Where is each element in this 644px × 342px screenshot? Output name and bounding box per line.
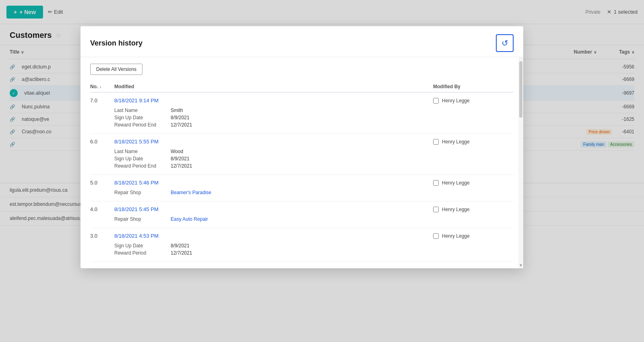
version-entry-header: 7.0 8/18/2021 9:14 PM Henry Legge (90, 97, 514, 104)
version-table-header: No. ↓ Modified Modified By (90, 81, 514, 93)
modified-by-cell: Henry Legge (433, 233, 514, 239)
change-row: Last Name Wood (114, 148, 514, 155)
modifier-name: Henry Legge (442, 139, 470, 145)
change-label: Repair Shop (114, 216, 171, 222)
change-row: Last Name Smith (114, 107, 514, 114)
modifier-name: Henry Legge (442, 233, 470, 239)
modifier-name: Henry Legge (442, 98, 470, 104)
sort-arrow-icon: ↓ (99, 85, 101, 89)
delete-all-versions-button[interactable]: Delete All Versions (90, 64, 142, 75)
version-checkbox[interactable] (433, 139, 439, 145)
version-entry-header: 5.0 8/18/2021 5:46 PM Henry Legge (90, 180, 514, 186)
version-changes: Repair Shop Easy Auto Repair (90, 216, 514, 223)
change-value: 8/9/2021 (171, 156, 514, 162)
modal-title: Version history (90, 39, 142, 48)
version-entry-header: 3.0 8/18/2021 4:53 PM Henry Legge (90, 233, 514, 239)
version-date-link[interactable]: 8/18/2021 4:53 PM (114, 233, 433, 239)
change-label: Reward Period (114, 250, 171, 256)
modal-body: Delete All Versions No. ↓ Modified Modif… (80, 57, 523, 268)
version-date-link[interactable]: 8/18/2021 5:55 PM (114, 139, 433, 145)
change-label: Reward Period End (114, 163, 171, 169)
version-date-link[interactable]: 8/18/2021 9:14 PM (114, 97, 433, 104)
version-checkbox[interactable] (433, 207, 439, 212)
change-value: 8/9/2021 (171, 243, 514, 249)
change-row: Reward Period 12/7/2021 (114, 249, 514, 257)
version-entry-6: 6.0 8/18/2021 5:55 PM Henry Legge Last N… (90, 134, 514, 175)
modifier-name: Henry Legge (442, 207, 470, 212)
refresh-icon: ↺ (502, 39, 508, 47)
modified-by-column-header: Modified By (433, 84, 514, 89)
version-changes: Repair Shop Beamer's Paradise (90, 189, 514, 196)
version-number: 7.0 (90, 97, 114, 104)
change-value: Wood (171, 149, 514, 154)
version-number: 4.0 (90, 206, 114, 212)
change-label: Reward Period End (114, 122, 171, 128)
version-date-link[interactable]: 8/18/2021 5:46 PM (114, 180, 433, 186)
change-row: Reward Period End 12/7/2021 (114, 162, 514, 170)
change-label: Sign Up Date (114, 243, 171, 249)
change-label: Sign Up Date (114, 156, 171, 162)
change-row: Sign Up Date 8/9/2021 (114, 155, 514, 162)
version-entry-5: 5.0 8/18/2021 5:46 PM Henry Legge Repair… (90, 175, 514, 201)
version-number: 5.0 (90, 180, 114, 186)
change-label: Last Name (114, 149, 171, 154)
version-entry-header: 4.0 8/18/2021 5:45 PM Henry Legge (90, 206, 514, 212)
change-label: Last Name (114, 108, 171, 113)
change-row: Repair Shop Easy Auto Repair (114, 216, 514, 223)
version-checkbox[interactable] (433, 233, 439, 239)
version-entry-3: 3.0 8/18/2021 4:53 PM Henry Legge Sign U… (90, 228, 514, 262)
version-changes: Sign Up Date 8/9/2021 Reward Period 12/7… (90, 242, 514, 257)
change-value: 12/7/2021 (171, 163, 514, 169)
change-value: 8/9/2021 (171, 115, 514, 120)
change-value: 12/7/2021 (171, 250, 514, 256)
version-checkbox[interactable] (433, 98, 439, 104)
version-table: No. ↓ Modified Modified By 7.0 8/18/2021… (90, 81, 514, 262)
modified-by-cell: Henry Legge (433, 98, 514, 104)
scrollbar-thumb[interactable] (519, 61, 522, 118)
repair-shop-link[interactable]: Beamer's Paradise (171, 190, 514, 195)
version-checkbox[interactable] (433, 180, 439, 186)
version-entry-4: 4.0 8/18/2021 5:45 PM Henry Legge Repair… (90, 201, 514, 228)
version-date-link[interactable]: 8/18/2021 5:45 PM (114, 206, 433, 212)
change-row: Sign Up Date 8/9/2021 (114, 242, 514, 249)
version-history-modal: Version history ↺ Delete All Versions No… (80, 26, 523, 268)
change-label: Sign Up Date (114, 115, 171, 120)
change-value: Smith (171, 108, 514, 113)
modified-by-cell: Henry Legge (433, 139, 514, 145)
version-number: 6.0 (90, 139, 114, 145)
change-label: Repair Shop (114, 190, 171, 195)
version-entry-7: 7.0 8/18/2021 9:14 PM Henry Legge Last N… (90, 93, 514, 134)
change-row: Reward Period End 12/7/2021 (114, 121, 514, 129)
scrollbar-down-arrow[interactable]: ▼ (518, 263, 523, 267)
change-row: Sign Up Date 8/9/2021 (114, 114, 514, 121)
no-column-header[interactable]: No. ↓ (90, 84, 114, 89)
modifier-name: Henry Legge (442, 180, 470, 186)
version-changes: Last Name Wood Sign Up Date 8/9/2021 Rew… (90, 148, 514, 170)
modified-column-header[interactable]: Modified (114, 84, 433, 89)
version-entry-header: 6.0 8/18/2021 5:55 PM Henry Legge (90, 139, 514, 145)
change-value: 12/7/2021 (171, 122, 514, 128)
version-number: 3.0 (90, 233, 114, 239)
change-row: Repair Shop Beamer's Paradise (114, 189, 514, 196)
scrollbar-track[interactable]: ▼ (518, 57, 523, 268)
modal-close-button[interactable]: ↺ (496, 34, 514, 52)
modal-header: Version history ↺ (80, 26, 523, 57)
repair-shop-link[interactable]: Easy Auto Repair (171, 216, 514, 222)
modified-by-cell: Henry Legge (433, 180, 514, 186)
version-changes: Last Name Smith Sign Up Date 8/9/2021 Re… (90, 107, 514, 129)
modified-by-cell: Henry Legge (433, 207, 514, 212)
